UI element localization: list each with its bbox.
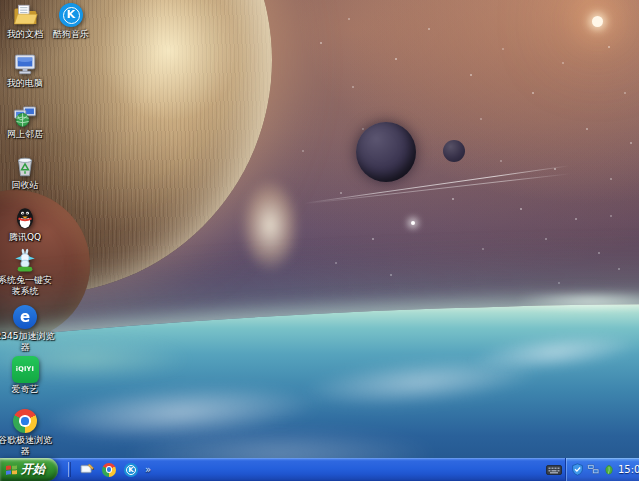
green-software-tray-button[interactable] xyxy=(603,463,615,476)
desktop-icon-label: 酷狗音乐 xyxy=(53,29,89,40)
iqiyi-glyph: iQIYI xyxy=(16,365,34,373)
2345-e-glyph: e xyxy=(20,306,30,328)
desktop-icon-label: 系统兔一键安装系统 xyxy=(0,275,54,298)
keyboard-icon xyxy=(546,464,562,476)
windows-flag-icon xyxy=(5,463,18,476)
desktop-icon-iqiyi[interactable]: iQIYI 爱奇艺 xyxy=(0,355,56,395)
system-tray: 15:05 xyxy=(565,458,639,481)
my-computer-icon xyxy=(12,51,38,77)
tencent-qq-icon xyxy=(12,205,38,231)
chrome-quick-launch-button[interactable] xyxy=(101,462,117,478)
wallpaper-small-moon xyxy=(443,140,465,162)
kugou-music-icon: K xyxy=(58,2,84,28)
desktop-icon-tencent-qq[interactable]: 腾讯QQ xyxy=(0,205,56,243)
desktop-icon-label: 我的文档 xyxy=(7,29,43,40)
desktop-icon-my-computer[interactable]: 我的电脑 xyxy=(0,51,56,89)
chrome-ball-glyph xyxy=(13,409,37,433)
start-button[interactable]: 开始 xyxy=(0,458,58,481)
desktop-icon-xitongtu-installer[interactable]: 系统兔一键安装系统 xyxy=(0,248,56,298)
desktop-icon-label: 网上邻居 xyxy=(7,129,43,140)
desktop-icon-kugou-music[interactable]: K 酷狗音乐 xyxy=(40,2,102,40)
desktop-icon-label: 2345加速浏览器 xyxy=(0,331,56,354)
shield-icon xyxy=(571,463,584,476)
taskbar: 开始 K » xyxy=(0,458,639,481)
kugou-icon: K xyxy=(124,463,138,477)
network-computers-icon xyxy=(587,463,600,476)
show-desktop-icon xyxy=(80,462,95,477)
kugou-quick-launch-button[interactable]: K xyxy=(123,462,139,478)
desktop-icon-chrome-browser[interactable]: 谷歌极速浏览器 xyxy=(0,408,56,458)
quick-launch-bar: K » xyxy=(58,458,157,481)
wallpaper-dark-planet xyxy=(356,122,416,182)
wallpaper-planet-rim-glare xyxy=(240,178,300,273)
language-bar-button[interactable] xyxy=(543,458,565,481)
green-leaf-icon xyxy=(603,464,615,476)
desktop-icon-label: 我的电脑 xyxy=(7,78,43,89)
desktop-icon-2345-browser[interactable]: e 2345加速浏览器 xyxy=(0,304,56,354)
chrome-browser-icon xyxy=(12,408,38,434)
iqiyi-icon: iQIYI xyxy=(11,355,39,383)
quick-launch-overflow-chevron[interactable]: » xyxy=(145,458,151,481)
desktop-screen: 我的文档 我的电脑 网上邻居 xyxy=(0,0,639,481)
desktop-icon-network-places[interactable]: 网上邻居 xyxy=(0,102,56,140)
desktop-icon-label: 谷歌极速浏览器 xyxy=(0,435,56,458)
kugou-k-glyph: K xyxy=(63,7,80,24)
chrome-icon xyxy=(102,463,116,477)
desktop-icon-recycle-bin[interactable]: 回收站 xyxy=(0,153,56,191)
xitongtu-rabbit-icon xyxy=(12,248,38,274)
network-places-icon xyxy=(12,102,38,128)
quick-launch-drag-handle[interactable] xyxy=(68,462,71,477)
desktop-icon-label: 回收站 xyxy=(12,180,39,191)
taskbar-empty-area xyxy=(157,458,543,481)
show-desktop-button[interactable] xyxy=(79,462,95,478)
tray-clock[interactable]: 15:05 xyxy=(618,464,639,475)
network-tray-button[interactable] xyxy=(587,463,600,476)
wallpaper-sun-star xyxy=(592,16,603,27)
kugou-k-glyph: K xyxy=(126,465,136,475)
start-button-label: 开始 xyxy=(21,461,45,478)
security-shield-tray-button[interactable] xyxy=(571,463,584,476)
desktop-icon-label: 腾讯QQ xyxy=(9,232,41,243)
2345-browser-icon: e xyxy=(12,304,38,330)
desktop-icon-label: 爱奇艺 xyxy=(12,384,39,395)
recycle-bin-icon xyxy=(12,153,38,179)
my-documents-icon xyxy=(12,2,38,28)
wallpaper-bright-star xyxy=(411,221,415,225)
